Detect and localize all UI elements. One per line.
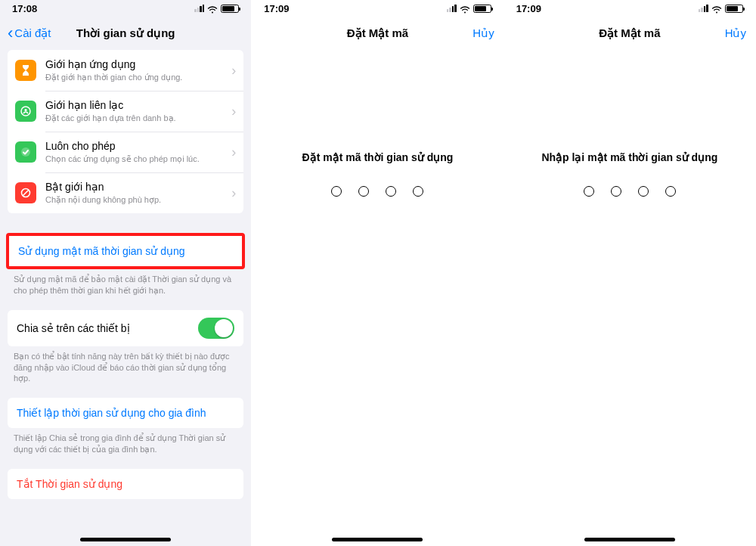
row-text: Bật giới hạn Chặn nội dung không phù hợp…: [45, 181, 231, 206]
passcode-prompt: Nhập lại mật mã thời gian sử dụng: [504, 151, 755, 163]
passcode-prompt: Đặt mật mã thời gian sử dụng: [252, 151, 503, 163]
row-title: Giới hạn liên lạc: [45, 99, 231, 113]
chevron-right-icon: ›: [231, 144, 236, 160]
status-icons: [699, 5, 743, 13]
checkmark-icon: [15, 141, 36, 163]
status-bar: 17:09: [504, 0, 755, 17]
battery-icon: [725, 5, 743, 13]
status-time: 17:08: [12, 3, 37, 14]
nav-title: Đặt Mật mã: [252, 26, 503, 40]
nav-title: Đặt Mật mã: [504, 26, 755, 40]
nav-bar: Đặt Mật mã Hủy: [252, 17, 503, 50]
row-text: Luôn cho phép Chọn các ứng dụng sẽ cho p…: [45, 140, 231, 165]
row-always-allowed[interactable]: Luôn cho phép Chọn các ứng dụng sẽ cho p…: [8, 132, 243, 172]
passcode-dot: [611, 186, 621, 197]
cellular-signal-icon: [447, 5, 457, 12]
status-icons: [447, 5, 491, 13]
prohibit-icon: [15, 182, 36, 203]
share-label: Chia sẻ trên các thiết bị: [17, 322, 130, 334]
row-title: Giới hạn ứng dụng: [45, 58, 231, 72]
family-footer: Thiết lập Chia sẻ trong gia đình để sử d…: [0, 428, 251, 469]
passcode-dot: [665, 186, 676, 197]
passcode-dots[interactable]: [252, 186, 503, 197]
row-sub: Đặt các giới hạn dựa trên danh bạ.: [45, 113, 231, 123]
nav-bar: ‹ Cài đặt Thời gian sử dụng: [0, 17, 251, 50]
row-text: Giới hạn liên lạc Đặt các giới hạn dựa t…: [45, 99, 231, 124]
share-footer: Bạn có thể bật tính năng này trên bất kỳ…: [0, 346, 251, 399]
passcode-area: Đặt mật mã thời gian sử dụng: [252, 151, 503, 197]
phone-screen-1: 17:08 ‹ Cài đặt Thời gian sử dụng Giới h…: [0, 0, 252, 546]
chevron-right-icon: ›: [231, 63, 236, 79]
contact-icon: [15, 101, 36, 122]
status-time: 17:09: [516, 3, 541, 14]
battery-icon: [473, 5, 491, 13]
use-passcode-button[interactable]: Sử dụng mật mã thời gian sử dụng: [9, 236, 242, 266]
nav-bar: Đặt Mật mã Hủy: [504, 17, 755, 50]
back-button[interactable]: ‹ Cài đặt: [8, 25, 51, 42]
passcode-dot: [413, 186, 423, 197]
cancel-button[interactable]: Hủy: [725, 26, 746, 40]
row-app-limits[interactable]: Giới hạn ứng dụng Đặt giới hạn thời gian…: [8, 50, 243, 91]
cellular-signal-icon: [699, 5, 708, 12]
chevron-left-icon: ‹: [8, 25, 13, 42]
home-indicator[interactable]: [80, 538, 171, 541]
turn-off-button[interactable]: Tắt Thời gian sử dụng: [8, 469, 243, 499]
row-content-restrict[interactable]: Bật giới hạn Chặn nội dung không phù hợp…: [8, 172, 243, 213]
passcode-dot: [386, 186, 396, 197]
row-sub: Chặn nội dung không phù hợp.: [45, 194, 231, 205]
status-bar: 17:08: [0, 0, 251, 17]
passcode-footer: Sử dụng mật mã để bảo mật cài đặt Thời g…: [0, 269, 251, 310]
passcode-dot: [584, 186, 594, 197]
row-title: Luôn cho phép: [45, 140, 231, 154]
settings-group: Giới hạn ứng dụng Đặt giới hạn thời gian…: [8, 50, 243, 213]
highlight-use-passcode: Sử dụng mật mã thời gian sử dụng: [6, 233, 245, 269]
wifi-icon: [460, 5, 470, 12]
home-indicator[interactable]: [332, 538, 423, 541]
home-indicator[interactable]: [584, 538, 675, 541]
wifi-icon: [711, 5, 722, 12]
svg-point-1: [24, 109, 26, 111]
row-sub: Đặt giới hạn thời gian cho ứng dụng.: [45, 72, 231, 82]
passcode-dot: [358, 186, 369, 197]
cancel-button[interactable]: Hủy: [472, 26, 494, 40]
cellular-signal-icon: [194, 5, 204, 12]
passcode-dot: [331, 186, 342, 197]
status-icons: [194, 5, 239, 13]
row-sub: Chọn các ứng dụng sẽ cho phép mọi lúc.: [45, 154, 231, 164]
chevron-right-icon: ›: [231, 104, 236, 119]
wifi-icon: [207, 5, 218, 12]
passcode-area: Nhập lại mật mã thời gian sử dụng: [504, 151, 755, 197]
chevron-right-icon: ›: [231, 185, 236, 201]
row-comm-limits[interactable]: Giới hạn liên lạc Đặt các giới hạn dựa t…: [8, 91, 243, 132]
row-title: Bật giới hạn: [45, 181, 231, 194]
svg-line-4: [23, 190, 29, 196]
status-bar: 17:09: [252, 0, 503, 17]
phone-screen-3: 17:09 Đặt Mật mã Hủy Nhập lại mật mã thờ…: [504, 0, 756, 546]
row-text: Giới hạn ứng dụng Đặt giới hạn thời gian…: [45, 58, 231, 83]
passcode-dots[interactable]: [504, 186, 755, 197]
share-across-devices-row[interactable]: Chia sẻ trên các thiết bị: [8, 310, 243, 346]
hourglass-icon: [15, 60, 36, 81]
family-setup-button[interactable]: Thiết lập thời gian sử dụng cho gia đình: [8, 398, 243, 428]
back-label: Cài đặt: [14, 26, 51, 40]
battery-icon: [221, 5, 239, 13]
passcode-dot: [638, 186, 649, 197]
status-time: 17:09: [264, 3, 289, 14]
share-toggle[interactable]: [198, 318, 234, 339]
phone-screen-2: 17:09 Đặt Mật mã Hủy Đặt mật mã thời gia…: [252, 0, 503, 546]
